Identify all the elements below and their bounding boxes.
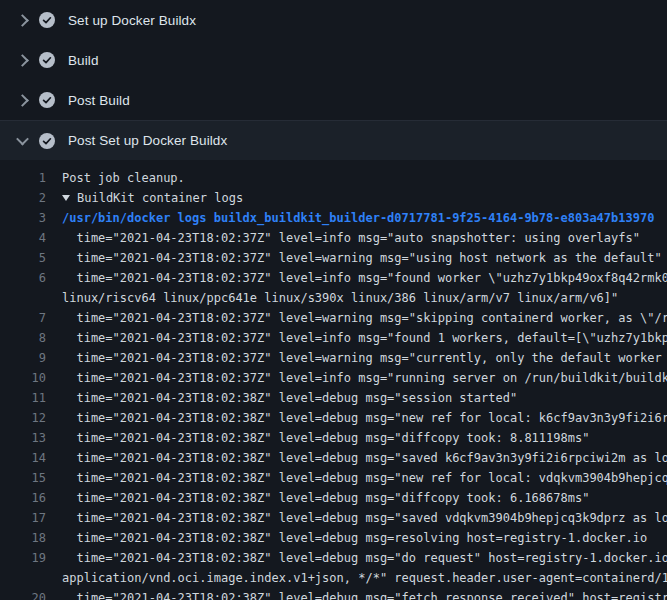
log-line-number[interactable]: 19 xyxy=(0,548,46,568)
log-line-number[interactable]: 10 xyxy=(0,368,46,388)
log-line-number[interactable]: 7 xyxy=(0,308,46,328)
log-line-text: time="2021-04-23T18:02:38Z" level=debug … xyxy=(62,488,589,508)
step-label: Post Set up Docker Buildx xyxy=(68,133,227,148)
log-line-number[interactable]: 2 xyxy=(0,188,46,208)
log-line: 4 time="2021-04-23T18:02:37Z" level=info… xyxy=(0,228,667,248)
log-line: 11 time="2021-04-23T18:02:38Z" level=deb… xyxy=(0,388,667,408)
log-line: 8 time="2021-04-23T18:02:37Z" level=info… xyxy=(0,328,667,348)
success-check-icon xyxy=(39,133,55,149)
success-check-icon xyxy=(39,52,55,68)
log-line-text: linux/riscv64 linux/ppc641e linux/s390x … xyxy=(62,288,618,308)
log-line-text: BuildKit container logs xyxy=(62,188,243,208)
step-label: Set up Docker Buildx xyxy=(68,13,196,28)
log-line-text: /usr/bin/docker logs buildx_buildkit_bui… xyxy=(62,208,654,228)
step-header-post-build[interactable]: Post Build xyxy=(0,80,667,120)
log-line: linux/riscv64 linux/ppc641e linux/s390x … xyxy=(0,288,667,308)
log-line: 10 time="2021-04-23T18:02:37Z" level=inf… xyxy=(0,368,667,388)
log-line-number[interactable]: 17 xyxy=(0,508,46,528)
step-label: Post Build xyxy=(68,93,130,108)
group-expanded-caret-icon xyxy=(62,195,70,201)
log-line-number[interactable]: 5 xyxy=(0,248,46,268)
log-line-text: time="2021-04-23T18:02:38Z" level=debug … xyxy=(62,448,667,468)
log-line: 18 time="2021-04-23T18:02:38Z" level=deb… xyxy=(0,528,667,548)
log-line-text: time="2021-04-23T18:02:37Z" level=info m… xyxy=(62,328,667,348)
log-line-number[interactable]: 9 xyxy=(0,348,46,368)
log-line-text: time="2021-04-23T18:02:38Z" level=debug … xyxy=(62,388,517,408)
log-line-text: time="2021-04-23T18:02:37Z" level=info m… xyxy=(62,268,667,288)
log-line: 3 /usr/bin/docker logs buildx_buildkit_b… xyxy=(0,208,667,228)
log-line-text: time="2021-04-23T18:02:38Z" level=debug … xyxy=(62,528,647,548)
chevron-right-icon xyxy=(14,56,30,65)
log-line-number[interactable]: 20 xyxy=(0,588,46,600)
step-header-build[interactable]: Build xyxy=(0,40,667,80)
log-line-number[interactable]: 13 xyxy=(0,428,46,448)
log-line: 1 Post job cleanup. xyxy=(0,168,667,188)
log-line-number[interactable]: 16 xyxy=(0,488,46,508)
log-line-text: time="2021-04-23T18:02:38Z" level=debug … xyxy=(62,548,667,568)
log-line: 16 time="2021-04-23T18:02:38Z" level=deb… xyxy=(0,488,667,508)
log-line-number[interactable]: 6 xyxy=(0,268,46,288)
log-line[interactable]: 2 BuildKit container logs xyxy=(0,188,667,208)
chevron-right-icon xyxy=(14,96,30,105)
log-line: 6 time="2021-04-23T18:02:37Z" level=info… xyxy=(0,268,667,288)
log-line-number[interactable]: 8 xyxy=(0,328,46,348)
log-line-text: application/vnd.oci.image.index.v1+json,… xyxy=(62,568,667,588)
log-line-number[interactable]: 4 xyxy=(0,228,46,248)
log-line-text: Post job cleanup. xyxy=(62,168,185,188)
step-header-post-set-up-docker-buildx[interactable]: Post Set up Docker Buildx xyxy=(0,120,667,160)
log-line-text: time="2021-04-23T18:02:37Z" level=warnin… xyxy=(62,248,662,268)
log-line: 5 time="2021-04-23T18:02:37Z" level=warn… xyxy=(0,248,667,268)
step-header-set-up-docker-buildx[interactable]: Set up Docker Buildx xyxy=(0,0,667,40)
log-line-text: time="2021-04-23T18:02:37Z" level=warnin… xyxy=(62,348,667,368)
workflow-log-viewer: Set up Docker Buildx Build Post Build Po… xyxy=(0,0,667,600)
log-line-number[interactable] xyxy=(0,288,46,308)
log-line-number[interactable]: 15 xyxy=(0,468,46,488)
log-line: 13 time="2021-04-23T18:02:38Z" level=deb… xyxy=(0,428,667,448)
success-check-icon xyxy=(39,12,55,28)
log-line-number[interactable]: 11 xyxy=(0,388,46,408)
log-line-text: time="2021-04-23T18:02:38Z" level=debug … xyxy=(62,588,667,600)
log-line: 9 time="2021-04-23T18:02:37Z" level=warn… xyxy=(0,348,667,368)
log-line-text: time="2021-04-23T18:02:38Z" level=debug … xyxy=(62,408,667,428)
log-line: 12 time="2021-04-23T18:02:38Z" level=deb… xyxy=(0,408,667,428)
log-line-text: time="2021-04-23T18:02:37Z" level=info m… xyxy=(62,368,667,388)
log-line-number[interactable]: 1 xyxy=(0,168,46,188)
log-line-text: time="2021-04-23T18:02:37Z" level=info m… xyxy=(62,228,640,248)
log-line: application/vnd.oci.image.index.v1+json,… xyxy=(0,568,667,588)
log-line: 15 time="2021-04-23T18:02:38Z" level=deb… xyxy=(0,468,667,488)
log-line-number[interactable]: 18 xyxy=(0,528,46,548)
log-line: 17 time="2021-04-23T18:02:38Z" level=deb… xyxy=(0,508,667,528)
log-line-number[interactable] xyxy=(0,568,46,588)
log-line-text: time="2021-04-23T18:02:38Z" level=debug … xyxy=(62,468,667,488)
chevron-down-icon xyxy=(14,136,30,145)
log-line-number[interactable]: 14 xyxy=(0,448,46,468)
step-list: Set up Docker Buildx Build Post Build Po… xyxy=(0,0,667,160)
step-label: Build xyxy=(68,53,99,68)
log-line-number[interactable]: 3 xyxy=(0,208,46,228)
log-line-text: time="2021-04-23T18:02:37Z" level=warnin… xyxy=(62,308,667,328)
success-check-icon xyxy=(39,92,55,108)
log-lines: 1 Post job cleanup. 2 BuildKit container… xyxy=(0,160,667,600)
log-line-text: time="2021-04-23T18:02:38Z" level=debug … xyxy=(62,508,667,528)
log-line: 7 time="2021-04-23T18:02:37Z" level=warn… xyxy=(0,308,667,328)
log-line: 14 time="2021-04-23T18:02:38Z" level=deb… xyxy=(0,448,667,468)
log-line: 20 time="2021-04-23T18:02:38Z" level=deb… xyxy=(0,588,667,600)
log-line: 19 time="2021-04-23T18:02:38Z" level=deb… xyxy=(0,548,667,568)
log-line-number[interactable]: 12 xyxy=(0,408,46,428)
chevron-right-icon xyxy=(14,16,30,25)
log-line-text: time="2021-04-23T18:02:38Z" level=debug … xyxy=(62,428,589,448)
